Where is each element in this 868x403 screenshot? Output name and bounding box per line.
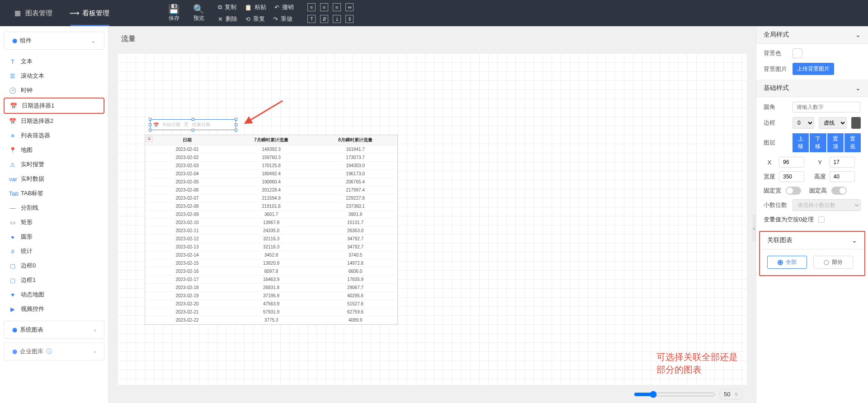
border-width-select[interactable]: 0	[793, 117, 814, 129]
top-bar: ▦ 图表管理 ⟿ 看板管理 💾 保存 🔍 预览 ⧉ 复制 📋 粘贴	[0, 0, 868, 26]
table-cell: 211594.9	[229, 194, 313, 202]
resize-handle[interactable]	[149, 123, 151, 126]
component-label: 滚动文本	[21, 72, 44, 80]
border-style-select[interactable]: 虚线	[819, 117, 847, 129]
table-cell: 13820.9	[229, 259, 313, 267]
border-label: 边框	[764, 119, 788, 127]
resize-handle[interactable]	[192, 129, 194, 131]
bg-color-swatch[interactable]	[793, 48, 802, 58]
component-list: T文本☰滚动文本🕒时钟📅日期选择器1📅日期选择器2≡列表筛选器📍地图⚠实时报警v…	[0, 52, 108, 319]
components-section-header[interactable]: ⬢ 组件 ⌄	[4, 32, 104, 50]
align-right-button[interactable]: ≡	[333, 3, 341, 11]
upload-bg-button[interactable]: 上传背景图片	[793, 63, 834, 75]
align-middle-button[interactable]: ⇵	[320, 15, 328, 23]
distribute-v-button[interactable]: ⇕	[345, 15, 354, 23]
distribute-h-button[interactable]: ⇔	[345, 3, 354, 11]
x-input[interactable]	[779, 157, 804, 168]
align-left-button[interactable]: ≡	[307, 3, 316, 11]
data-table-widget[interactable]: ⧉ 日期7月瞬时累计流量8月瞬时累计流量 2023-02-01149392.31…	[145, 135, 398, 325]
table-cell: 2023-02-19	[145, 292, 229, 300]
component-icon: 📍	[9, 147, 16, 154]
copy-button[interactable]: ⧉ 复制	[218, 3, 236, 11]
global-style-header[interactable]: 全局样式 ⌄	[756, 26, 868, 44]
component-item[interactable]: 📍地图	[4, 143, 104, 157]
save-button[interactable]: 💾 保存	[168, 5, 179, 22]
align-bottom-button[interactable]: ⤓	[333, 15, 341, 23]
basic-style-header[interactable]: 基础样式 ⌄	[756, 80, 868, 97]
resize-handle[interactable]	[235, 118, 237, 121]
canvas-area[interactable]: 流量 📅 开始日期 至 结束日期 ⧉	[108, 26, 756, 403]
align-top-button[interactable]: ⤒	[307, 15, 316, 23]
redo-button[interactable]: ↷ 重做	[273, 15, 292, 23]
table-cell: 6606.0	[313, 267, 397, 276]
cube-icon: ⬢	[12, 327, 17, 333]
y-input[interactable]	[830, 157, 855, 168]
layer-bottom-button[interactable]: 置底	[844, 133, 861, 152]
component-item[interactable]: ☰滚动文本	[4, 69, 104, 83]
resize-handle[interactable]	[235, 129, 237, 131]
link-chart-header[interactable]: 关联图表 ⌄	[760, 232, 864, 249]
height-label: 高度	[814, 173, 826, 181]
component-item[interactable]: ●圆形	[4, 230, 104, 244]
preview-button[interactable]: 🔍 预览	[193, 5, 204, 22]
component-item[interactable]: TabTAB标签	[4, 186, 104, 201]
component-item[interactable]: ▢边框1	[4, 273, 104, 287]
component-item[interactable]: 🕒时钟	[4, 83, 104, 98]
zoom-slider[interactable]	[634, 391, 715, 398]
link-all-radio[interactable]: 全部	[767, 256, 807, 269]
undo-button[interactable]: ↶ 撤销	[274, 3, 294, 11]
component-item[interactable]: ⚠实时报警	[4, 157, 104, 172]
resize-handle[interactable]	[149, 129, 151, 131]
component-item[interactable]: 📅日期选择器1	[4, 98, 104, 114]
fixed-height-toggle[interactable]	[831, 187, 847, 195]
fixed-width-toggle[interactable]	[786, 187, 801, 195]
component-item[interactable]: #统计	[4, 244, 104, 258]
layer-down-button[interactable]: 下移	[810, 133, 826, 152]
table-cell: 161841.7	[313, 145, 397, 154]
component-item[interactable]: var实时数据	[4, 172, 104, 186]
link-part-radio[interactable]: 部分	[813, 256, 853, 269]
radius-input[interactable]	[793, 102, 860, 112]
system-charts-section-header[interactable]: ⬢ 系统图表 ›	[4, 321, 104, 339]
zero-handling-checkbox[interactable]	[818, 216, 825, 223]
table-cell: 3901.8	[313, 211, 397, 219]
table-cell: 2023-02-07	[145, 194, 229, 202]
resize-handle[interactable]	[235, 123, 237, 126]
component-icon: #	[9, 248, 16, 255]
paste-button[interactable]: 📋 粘贴	[245, 3, 266, 11]
table-cell: 34792.7	[313, 235, 397, 243]
table-row: 2023-02-1013967.815131.7	[145, 219, 397, 227]
zoom-input[interactable]: 50 ⇅	[720, 389, 742, 399]
table-cell: 2023-02-15	[145, 259, 229, 267]
table-cell: 170125.8	[229, 162, 313, 170]
enterprise-lib-section-header[interactable]: ⬢ 企业图库 ⓘ ›	[4, 342, 104, 361]
resize-handle[interactable]	[149, 118, 151, 121]
date-picker-widget[interactable]: 📅 开始日期 至 结束日期	[150, 119, 236, 130]
nav-chart-management[interactable]: ▦ 图表管理	[14, 0, 52, 26]
component-item[interactable]: ▢边框0	[4, 258, 104, 273]
height-input[interactable]	[830, 171, 855, 182]
canvas-grid[interactable]: 📅 开始日期 至 结束日期 ⧉ 日期7月瞬时累计流量8月瞬时	[118, 53, 747, 385]
table-cell: 2023-02-09	[145, 211, 229, 219]
width-input[interactable]	[779, 171, 804, 182]
link-chart-section: 关联图表 ⌄ 全部 部分	[759, 231, 865, 276]
component-item[interactable]: ▶视频控件	[4, 302, 104, 316]
component-item[interactable]: ▭矩形	[4, 215, 104, 230]
align-center-button[interactable]: ≡	[320, 3, 328, 11]
repeat-button[interactable]: ⟲ 重复	[245, 15, 265, 23]
component-item[interactable]: ≡列表筛选器	[4, 128, 104, 143]
layer-up-button[interactable]: 上移	[793, 133, 809, 152]
layer-top-button[interactable]: 置顶	[827, 133, 844, 152]
component-item[interactable]: T文本	[4, 54, 104, 69]
nav-board-management[interactable]: ⟿ 看板管理	[71, 0, 109, 26]
decimal-select[interactable]: 请选择小数位数	[793, 199, 861, 211]
component-item[interactable]: —分割线	[4, 201, 104, 215]
collapse-handle[interactable]: ‹	[752, 215, 756, 242]
right-panel: 全局样式 ⌄ 背景色 背景图片 上传背景图片 基础样式 ⌄ 圆角 边框	[756, 26, 868, 403]
table-cell: 180492.4	[229, 170, 313, 178]
component-item[interactable]: ♥动态地图	[4, 287, 104, 302]
border-color-button[interactable]	[851, 117, 861, 129]
component-item[interactable]: 📅日期选择器2	[4, 114, 104, 128]
resize-handle[interactable]	[192, 118, 194, 121]
delete-button[interactable]: ✕ 删除	[218, 15, 237, 23]
